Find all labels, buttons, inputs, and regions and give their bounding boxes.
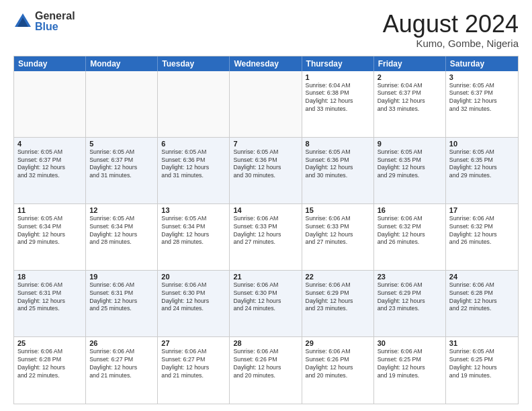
- day-info: Sunrise: 6:06 AM Sunset: 6:29 PM Dayligh…: [306, 281, 370, 314]
- day-number: 24: [449, 273, 515, 281]
- calendar-cell: 31Sunrise: 6:05 AM Sunset: 6:25 PM Dayli…: [446, 337, 518, 404]
- calendar-row-3: 11Sunrise: 6:05 AM Sunset: 6:34 PM Dayli…: [14, 204, 518, 271]
- logo-blue: Blue: [35, 21, 75, 32]
- calendar-cell: 11Sunrise: 6:05 AM Sunset: 6:34 PM Dayli…: [14, 204, 86, 270]
- calendar-cell: 19Sunrise: 6:06 AM Sunset: 6:31 PM Dayli…: [86, 271, 158, 336]
- calendar-cell: 21Sunrise: 6:06 AM Sunset: 6:30 PM Dayli…: [230, 271, 302, 336]
- header-day-monday: Monday: [86, 56, 158, 71]
- day-info: Sunrise: 6:06 AM Sunset: 6:30 PM Dayligh…: [161, 281, 226, 314]
- header-day-thursday: Thursday: [302, 56, 374, 71]
- day-info: Sunrise: 6:05 AM Sunset: 6:37 PM Dayligh…: [449, 82, 515, 114]
- day-number: 9: [378, 140, 442, 148]
- day-number: 29: [306, 339, 370, 347]
- calendar-cell: 26Sunrise: 6:06 AM Sunset: 6:27 PM Dayli…: [86, 337, 158, 404]
- calendar-row-1: 1Sunrise: 6:04 AM Sunset: 6:38 PM Daylig…: [14, 71, 518, 138]
- month-year: August 2024: [383, 11, 519, 38]
- day-number: 17: [449, 206, 515, 214]
- day-info: Sunrise: 6:06 AM Sunset: 6:27 PM Dayligh…: [89, 348, 154, 380]
- header-day-tuesday: Tuesday: [158, 56, 230, 71]
- calendar-cell: 29Sunrise: 6:06 AM Sunset: 6:26 PM Dayli…: [302, 337, 374, 404]
- day-number: 25: [17, 339, 82, 347]
- day-number: 22: [306, 273, 370, 281]
- day-number: 20: [161, 273, 226, 281]
- calendar-cell: 10Sunrise: 6:05 AM Sunset: 6:35 PM Dayli…: [446, 138, 518, 203]
- day-number: 16: [378, 206, 442, 214]
- day-info: Sunrise: 6:05 AM Sunset: 6:36 PM Dayligh…: [233, 148, 298, 181]
- day-number: 26: [89, 339, 154, 347]
- calendar-cell: 5Sunrise: 6:05 AM Sunset: 6:37 PM Daylig…: [86, 138, 158, 203]
- title-block: August 2024 Kumo, Gombe, Nigeria: [383, 11, 519, 49]
- day-info: Sunrise: 6:05 AM Sunset: 6:35 PM Dayligh…: [449, 148, 515, 181]
- day-number: 6: [161, 140, 226, 148]
- calendar-cell: 8Sunrise: 6:05 AM Sunset: 6:36 PM Daylig…: [302, 138, 374, 203]
- calendar-cell: 18Sunrise: 6:06 AM Sunset: 6:31 PM Dayli…: [14, 271, 86, 336]
- day-number: 13: [161, 206, 226, 214]
- day-info: Sunrise: 6:05 AM Sunset: 6:34 PM Dayligh…: [17, 215, 82, 247]
- header-day-wednesday: Wednesday: [230, 56, 302, 71]
- calendar-row-2: 4Sunrise: 6:05 AM Sunset: 6:37 PM Daylig…: [14, 138, 518, 204]
- day-info: Sunrise: 6:06 AM Sunset: 6:30 PM Dayligh…: [233, 281, 298, 314]
- calendar-cell: 30Sunrise: 6:06 AM Sunset: 6:25 PM Dayli…: [374, 337, 446, 404]
- calendar-cell: 13Sunrise: 6:05 AM Sunset: 6:34 PM Dayli…: [158, 204, 230, 270]
- day-number: 30: [378, 339, 442, 347]
- calendar-cell: 28Sunrise: 6:06 AM Sunset: 6:26 PM Dayli…: [230, 337, 302, 404]
- day-number: 28: [233, 339, 298, 347]
- calendar-cell: 25Sunrise: 6:06 AM Sunset: 6:28 PM Dayli…: [14, 337, 86, 404]
- day-number: 1: [306, 73, 370, 81]
- day-info: Sunrise: 6:06 AM Sunset: 6:33 PM Dayligh…: [306, 215, 370, 247]
- day-number: 21: [233, 273, 298, 281]
- day-number: 19: [89, 273, 154, 281]
- day-info: Sunrise: 6:05 AM Sunset: 6:37 PM Dayligh…: [17, 148, 82, 181]
- day-number: 12: [89, 206, 154, 214]
- day-info: Sunrise: 6:04 AM Sunset: 6:38 PM Dayligh…: [306, 82, 370, 114]
- day-number: 15: [306, 206, 370, 214]
- calendar-cell: 1Sunrise: 6:04 AM Sunset: 6:38 PM Daylig…: [302, 71, 374, 137]
- day-number: 4: [17, 140, 82, 148]
- calendar-cell: 27Sunrise: 6:06 AM Sunset: 6:27 PM Dayli…: [158, 337, 230, 404]
- day-info: Sunrise: 6:05 AM Sunset: 6:35 PM Dayligh…: [378, 148, 442, 181]
- calendar-row-5: 25Sunrise: 6:06 AM Sunset: 6:28 PM Dayli…: [14, 337, 518, 404]
- day-number: 18: [17, 273, 82, 281]
- day-info: Sunrise: 6:06 AM Sunset: 6:26 PM Dayligh…: [233, 348, 298, 380]
- header-day-saturday: Saturday: [446, 56, 518, 71]
- calendar-cell: 3Sunrise: 6:05 AM Sunset: 6:37 PM Daylig…: [446, 71, 518, 137]
- day-info: Sunrise: 6:05 AM Sunset: 6:34 PM Dayligh…: [89, 215, 154, 247]
- day-info: Sunrise: 6:05 AM Sunset: 6:25 PM Dayligh…: [449, 348, 515, 380]
- day-info: Sunrise: 6:05 AM Sunset: 6:37 PM Dayligh…: [89, 148, 154, 181]
- calendar-cell: 4Sunrise: 6:05 AM Sunset: 6:37 PM Daylig…: [14, 138, 86, 203]
- calendar-cell: 23Sunrise: 6:06 AM Sunset: 6:29 PM Dayli…: [374, 271, 446, 336]
- page: General Blue August 2024 Kumo, Gombe, Ni…: [0, 0, 532, 411]
- day-number: 10: [449, 140, 515, 148]
- calendar-cell: 24Sunrise: 6:06 AM Sunset: 6:28 PM Dayli…: [446, 271, 518, 336]
- day-info: Sunrise: 6:06 AM Sunset: 6:32 PM Dayligh…: [378, 215, 442, 247]
- calendar-cell: 7Sunrise: 6:05 AM Sunset: 6:36 PM Daylig…: [230, 138, 302, 203]
- day-info: Sunrise: 6:06 AM Sunset: 6:26 PM Dayligh…: [306, 348, 370, 380]
- location: Kumo, Gombe, Nigeria: [383, 38, 519, 49]
- calendar-header: SundayMondayTuesdayWednesdayThursdayFrid…: [14, 56, 518, 71]
- day-number: 23: [378, 273, 442, 281]
- day-info: Sunrise: 6:06 AM Sunset: 6:31 PM Dayligh…: [89, 281, 154, 314]
- calendar-cell: [14, 71, 86, 137]
- calendar-cell: [230, 71, 302, 137]
- calendar-cell: 14Sunrise: 6:06 AM Sunset: 6:33 PM Dayli…: [230, 204, 302, 270]
- logo: General Blue: [13, 11, 75, 32]
- day-number: 5: [89, 140, 154, 148]
- day-number: 14: [233, 206, 298, 214]
- day-number: 27: [161, 339, 226, 347]
- day-info: Sunrise: 6:06 AM Sunset: 6:29 PM Dayligh…: [378, 281, 442, 314]
- calendar-cell: 22Sunrise: 6:06 AM Sunset: 6:29 PM Dayli…: [302, 271, 374, 336]
- calendar-cell: 15Sunrise: 6:06 AM Sunset: 6:33 PM Dayli…: [302, 204, 374, 270]
- logo-icon: [13, 12, 32, 31]
- day-number: 7: [233, 140, 298, 148]
- day-info: Sunrise: 6:06 AM Sunset: 6:32 PM Dayligh…: [449, 215, 515, 247]
- day-info: Sunrise: 6:04 AM Sunset: 6:37 PM Dayligh…: [378, 82, 442, 114]
- day-number: 31: [449, 339, 515, 347]
- calendar-cell: [158, 71, 230, 137]
- day-number: 11: [17, 206, 82, 214]
- calendar-cell: 9Sunrise: 6:05 AM Sunset: 6:35 PM Daylig…: [374, 138, 446, 203]
- day-number: 8: [306, 140, 370, 148]
- header: General Blue August 2024 Kumo, Gombe, Ni…: [13, 11, 519, 49]
- day-number: 2: [378, 73, 442, 81]
- calendar-cell: 12Sunrise: 6:05 AM Sunset: 6:34 PM Dayli…: [86, 204, 158, 270]
- calendar-cell: 6Sunrise: 6:05 AM Sunset: 6:36 PM Daylig…: [158, 138, 230, 203]
